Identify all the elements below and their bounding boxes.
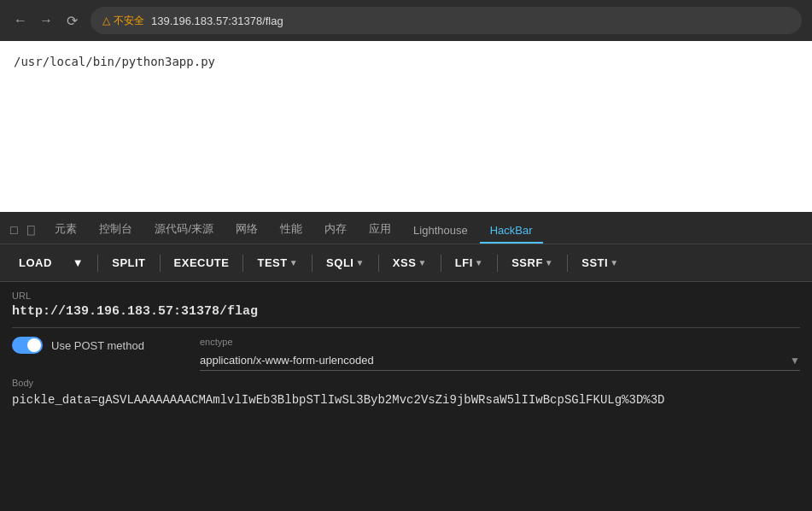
security-indicator: △ 不安全	[102, 14, 144, 28]
enctype-section: enctype application/x-www-form-urlencode…	[200, 337, 800, 371]
browser-toolbar: ← → ⟳ △ 不安全 139.196.183.57:31378/flag	[0, 0, 812, 41]
load-button[interactable]: LOAD	[10, 251, 61, 274]
ssti-button[interactable]: SSTI ▼	[573, 251, 627, 274]
separator-7	[497, 255, 498, 272]
back-button[interactable]: ←	[10, 10, 31, 31]
body-section: Body pickle_data=gASVLAAAAAAAACMAmlvlIwE…	[12, 378, 800, 409]
address-bar[interactable]: △ 不安全 139.196.183.57:31378/flag	[91, 7, 802, 34]
devtools-tabbar: □ ⎕ 元素 控制台 源代码/来源 网络 性能 内存 应用 Lighthouse…	[0, 212, 812, 244]
lfi-button[interactable]: LFI ▼	[447, 251, 492, 274]
separator-6	[441, 255, 441, 272]
reload-button[interactable]: ⟳	[61, 10, 82, 31]
enctype-select[interactable]: application/x-www-form-urlencoded ▼	[200, 350, 800, 371]
split-button[interactable]: SPLIT	[103, 251, 154, 274]
tab-console[interactable]: 控制台	[89, 216, 143, 244]
tab-sources[interactable]: 源代码/来源	[144, 216, 224, 244]
inspect-icon[interactable]: □	[7, 221, 20, 238]
hackbar-content: URL http://139.196.183.57:31378/flag Use…	[0, 282, 812, 511]
test-arrow: ▼	[289, 258, 298, 267]
url-value[interactable]: http://139.196.183.57:31378/flag	[12, 304, 800, 328]
lfi-arrow: ▼	[475, 258, 483, 267]
enctype-label: enctype	[200, 337, 800, 347]
tab-lighthouse[interactable]: Lighthouse	[403, 219, 478, 244]
post-enctype-row: Use POST method enctype application/x-ww…	[12, 337, 800, 371]
separator-3	[242, 255, 243, 272]
enctype-value: application/x-www-form-urlencoded	[200, 354, 374, 367]
tab-elements[interactable]: 元素	[44, 216, 87, 244]
forward-button[interactable]: →	[36, 10, 56, 31]
sqli-arrow: ▼	[355, 258, 364, 267]
tab-application[interactable]: 应用	[359, 216, 401, 244]
tab-memory[interactable]: 内存	[314, 216, 357, 244]
device-icon[interactable]: ⎕	[24, 221, 38, 238]
ssti-arrow: ▼	[610, 258, 618, 267]
page-content: /usr/local/bin/python3app.py	[0, 41, 812, 212]
devtools-icon-group: □ ⎕	[7, 221, 38, 244]
tab-performance[interactable]: 性能	[270, 216, 313, 244]
xss-button[interactable]: XSS ▼	[384, 251, 435, 274]
nav-buttons: ← → ⟳	[10, 10, 82, 31]
load-dropdown[interactable]: ▼	[64, 251, 92, 274]
tab-hackbar[interactable]: HackBar	[480, 219, 543, 244]
test-button[interactable]: TEST ▼	[248, 251, 307, 274]
hackbar-toolbar: LOAD ▼ SPLIT EXECUTE TEST ▼ SQLI ▼ XSS ▼…	[0, 244, 812, 282]
address-url: 139.196.183.57:31378/flag	[151, 15, 283, 27]
separator-1	[97, 255, 98, 272]
xss-arrow: ▼	[418, 258, 426, 267]
enctype-dropdown-arrow: ▼	[790, 355, 800, 367]
separator-8	[567, 255, 568, 272]
sqli-button[interactable]: SQLI ▼	[318, 251, 373, 274]
body-value[interactable]: pickle_data=gASVLAAAAAAAACMAmlvlIwEb3Blb…	[12, 391, 800, 409]
security-label: 不安全	[114, 14, 144, 28]
toggle-knob	[27, 338, 41, 352]
post-method-toggle[interactable]	[12, 337, 43, 354]
tab-network[interactable]: 网络	[225, 216, 268, 244]
page-path-text: /usr/local/bin/python3app.py	[14, 55, 798, 68]
ssrf-button[interactable]: SSRF ▼	[503, 251, 562, 274]
post-method-label: Use POST method	[51, 339, 144, 352]
post-toggle-group: Use POST method	[12, 337, 183, 354]
url-label: URL	[12, 291, 800, 301]
warning-icon: △	[102, 15, 110, 26]
execute-button[interactable]: EXECUTE	[166, 251, 238, 274]
body-label: Body	[12, 378, 800, 388]
separator-5	[378, 255, 379, 272]
devtools-panel: □ ⎕ 元素 控制台 源代码/来源 网络 性能 内存 应用 Lighthouse…	[0, 212, 812, 511]
separator-2	[160, 255, 161, 272]
separator-4	[312, 255, 313, 272]
ssrf-arrow: ▼	[545, 258, 553, 267]
